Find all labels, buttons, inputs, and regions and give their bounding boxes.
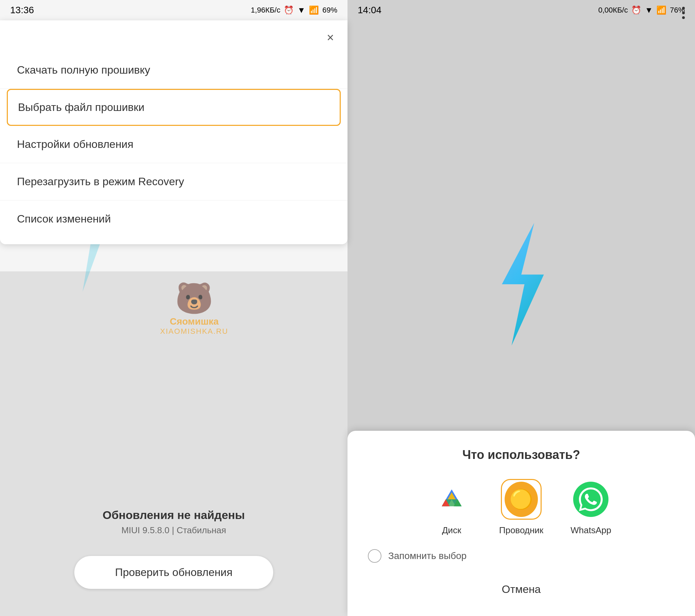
status-icons-left: 1,96КБ/с ⏰ ▼ 📶 69% xyxy=(251,5,337,15)
check-updates-button[interactable]: Проверить обновления xyxy=(74,556,273,589)
remember-text: Запомнить выбор xyxy=(388,550,467,561)
right-panel: 14:04 0,00КБ/с ⏰ ▼ 📶 76% xyxy=(348,0,695,616)
time-left: 13:36 xyxy=(10,5,34,16)
signal-icon: 📶 xyxy=(309,5,319,15)
menu-item-reboot-recovery[interactable]: Перезагрузить в режим Recovery xyxy=(0,163,348,201)
dropdown-menu: × Скачать полную прошивку Выбрать файл п… xyxy=(0,20,348,244)
app-choice-files[interactable]: 🟡 Проводник xyxy=(499,479,543,536)
no-updates-text: Обновления не найдены xyxy=(102,509,245,522)
remember-row[interactable]: Запомнить выбор xyxy=(361,549,681,563)
network-speed-left: 1,96КБ/с xyxy=(251,6,280,15)
battery-left: 69% xyxy=(322,6,337,15)
alarm-icon: ⏰ xyxy=(284,5,294,15)
close-btn-row: × xyxy=(0,27,348,52)
left-bottom-area: Обновления не найдены MIUI 9.5.8.0 | Ста… xyxy=(0,271,348,616)
drive-icon-wrapper xyxy=(431,479,472,520)
status-icons-right: 0,00КБ/с ⏰ ▼ 📶 76% xyxy=(598,5,685,15)
whatsapp-icon-wrapper xyxy=(571,479,611,520)
drive-label: Диск xyxy=(442,525,461,536)
menu-item-select-firmware[interactable]: Выбрать файл прошивки xyxy=(7,89,341,126)
version-text: MIUI 9.5.8.0 | Стабильная xyxy=(121,525,226,536)
menu-item-update-settings[interactable]: Настройки обновления xyxy=(0,126,348,163)
cancel-button[interactable]: Отмена xyxy=(361,576,681,602)
wifi-icon: ▼ xyxy=(297,5,305,15)
menu-item-changelog[interactable]: Список изменений xyxy=(0,201,348,237)
signal-icon-right: 📶 xyxy=(656,5,666,15)
lightning-icon xyxy=(477,220,565,349)
app-choice-drive[interactable]: Диск xyxy=(431,479,472,536)
whatsapp-icon xyxy=(573,482,608,517)
remember-radio[interactable] xyxy=(368,549,382,563)
files-icon-wrapper: 🟡 xyxy=(501,479,542,520)
status-bar-right: 14:04 0,00КБ/с ⏰ ▼ 📶 76% xyxy=(348,0,695,20)
alarm-icon-right: ⏰ xyxy=(631,5,641,15)
svg-marker-2 xyxy=(502,223,544,346)
menu-item-download-firmware[interactable]: Скачать полную прошивку xyxy=(0,52,348,89)
wifi-icon-right: ▼ xyxy=(645,5,653,15)
close-icon[interactable]: × xyxy=(327,31,334,45)
bottom-dialog: Что использовать? Диск xyxy=(348,431,695,616)
network-speed-right: 0,00КБ/с xyxy=(598,6,628,15)
status-bar-left: 13:36 1,96КБ/с ⏰ ▼ 📶 69% xyxy=(0,0,348,20)
files-label: Проводник xyxy=(499,525,543,536)
drive-icon xyxy=(434,482,469,517)
files-icon: 🟡 xyxy=(505,482,538,517)
whatsapp-label: WhatsApp xyxy=(571,525,611,536)
left-panel: 13:36 1,96КБ/с ⏰ ▼ 📶 69% × Скачать полну… xyxy=(0,0,348,616)
more-menu-btn[interactable] xyxy=(682,7,685,19)
dialog-title: Что использовать? xyxy=(361,448,681,462)
time-right: 14:04 xyxy=(358,5,382,16)
app-choices: Диск 🟡 Проводник xyxy=(361,479,681,536)
app-choice-whatsapp[interactable]: WhatsApp xyxy=(571,479,611,536)
